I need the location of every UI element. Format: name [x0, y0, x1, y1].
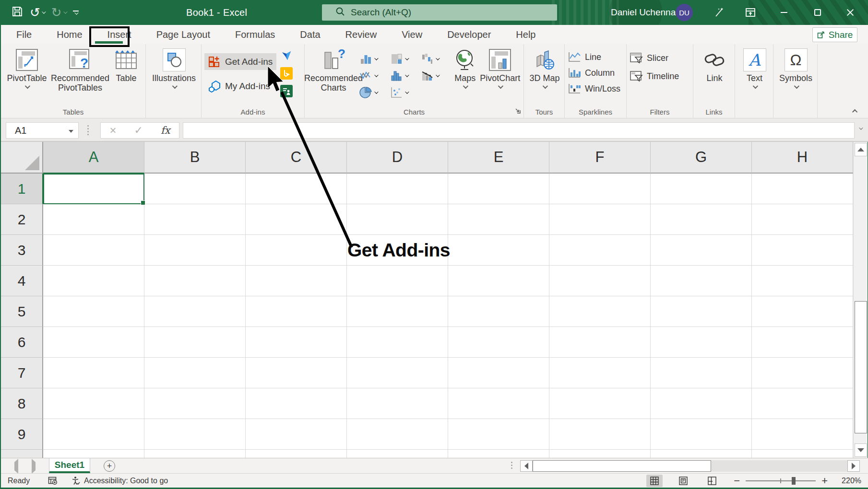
row-header-7[interactable]: 7: [1, 358, 43, 388]
column-header-G[interactable]: G: [651, 142, 752, 174]
cell-Ap9[interactable]: [43, 450, 144, 458]
cell-H4[interactable]: [752, 266, 853, 296]
macro-record-button[interactable]: [48, 477, 58, 485]
cell-B9[interactable]: [144, 419, 246, 450]
cell-E4[interactable]: [448, 266, 549, 296]
threed-map-button[interactable]: 3D Map: [527, 47, 562, 106]
cell-G9[interactable]: [651, 419, 752, 450]
cell-C7[interactable]: [246, 358, 347, 388]
cell-E2[interactable]: [448, 204, 549, 235]
tab-formulas[interactable]: Formulas: [223, 25, 287, 44]
cell-Cp9[interactable]: [246, 450, 347, 458]
insert-statistic-chart-button[interactable]: [390, 67, 421, 84]
cell-E9[interactable]: [448, 419, 549, 450]
cell-H2[interactable]: [752, 204, 853, 235]
cell-C9[interactable]: [246, 419, 347, 450]
cell-D9[interactable]: [347, 419, 448, 450]
row-header-1[interactable]: 1: [1, 174, 43, 204]
cell-E7[interactable]: [448, 358, 549, 388]
tab-review[interactable]: Review: [333, 25, 390, 44]
cell-F5[interactable]: [549, 296, 651, 327]
cell-E1[interactable]: [448, 174, 549, 204]
cell-G4[interactable]: [651, 266, 752, 296]
insert-hierarchy-chart-button[interactable]: [390, 50, 421, 67]
timeline-button[interactable]: Timeline: [630, 70, 679, 83]
sparkline-line-button[interactable]: Line: [568, 50, 620, 64]
cell-H7[interactable]: [752, 358, 853, 388]
cell-H9[interactable]: [752, 419, 853, 450]
cell-B4[interactable]: [144, 266, 246, 296]
chevron-down-icon[interactable]: [42, 10, 46, 13]
expand-formula-bar-icon[interactable]: [859, 126, 863, 129]
cell-Bp9[interactable]: [144, 450, 246, 458]
name-box-dropdown-icon[interactable]: [69, 130, 73, 133]
maps-button[interactable]: Maps: [452, 47, 479, 106]
cell-G7[interactable]: [651, 358, 752, 388]
insert-pie-chart-button[interactable]: [359, 84, 390, 101]
cell-H5[interactable]: [752, 296, 853, 327]
cell-H1[interactable]: [752, 174, 853, 204]
cell-A1[interactable]: [43, 174, 144, 204]
row-header-4[interactable]: 4: [1, 266, 43, 296]
cell-Fp9[interactable]: [549, 450, 651, 458]
scroll-down-button[interactable]: [855, 443, 867, 457]
column-header-D[interactable]: D: [347, 142, 448, 174]
cell-C4[interactable]: [246, 266, 347, 296]
cell-Dp9[interactable]: [347, 450, 448, 458]
column-header-E[interactable]: E: [448, 142, 549, 174]
cancel-icon[interactable]: ×: [109, 124, 116, 137]
vertical-scrollbar[interactable]: [853, 142, 868, 458]
scroll-left-button[interactable]: [520, 460, 533, 472]
sheet-tab-sheet1[interactable]: Sheet1: [49, 458, 90, 473]
cell-C8[interactable]: [246, 388, 347, 419]
search-input[interactable]: Search (Alt+Q): [322, 4, 557, 21]
cell-F4[interactable]: [549, 266, 651, 296]
cell-C2[interactable]: [246, 204, 347, 235]
column-header-B[interactable]: B: [144, 142, 246, 174]
formula-input[interactable]: [183, 122, 855, 139]
cell-E8[interactable]: [448, 388, 549, 419]
zoom-level[interactable]: 220%: [836, 477, 861, 485]
insert-combo-chart-button[interactable]: [421, 67, 452, 84]
cell-A7[interactable]: [43, 358, 144, 388]
cell-D5[interactable]: [347, 296, 448, 327]
visio-data-visualizer-button[interactable]: [280, 49, 293, 62]
tab-page-layout[interactable]: Page Layout: [144, 25, 223, 44]
cell-B1[interactable]: [144, 174, 246, 204]
cell-H8[interactable]: [752, 388, 853, 419]
cell-A6[interactable]: [43, 327, 144, 358]
new-sheet-button[interactable]: +: [104, 460, 115, 472]
minimize-button[interactable]: [774, 0, 794, 25]
cell-G2[interactable]: [651, 204, 752, 235]
get-addins-button[interactable]: Get Add-ins: [204, 53, 276, 70]
column-header-F[interactable]: F: [549, 142, 651, 174]
next-sheet-button[interactable]: [32, 462, 36, 471]
column-header-H[interactable]: H: [752, 142, 853, 174]
close-button[interactable]: [841, 0, 860, 25]
illustrations-button[interactable]: Illustrations: [149, 47, 199, 106]
recommended-pivottables-button[interactable]: ? Recommended PivotTables: [50, 47, 110, 106]
insert-function-icon[interactable]: fx: [161, 125, 170, 136]
zoom-out-button[interactable]: −: [734, 475, 740, 487]
insert-scatter-chart-button[interactable]: [390, 84, 421, 101]
cell-A8[interactable]: [43, 388, 144, 419]
previous-sheet-button[interactable]: [14, 462, 18, 471]
cell-D1[interactable]: [347, 174, 448, 204]
whats-new-button[interactable]: [709, 0, 728, 25]
undo-button[interactable]: ↺: [30, 6, 45, 19]
insert-column-chart-button[interactable]: [359, 50, 390, 67]
insert-waterfall-chart-button[interactable]: [421, 50, 452, 67]
select-all-corner[interactable]: [1, 142, 43, 174]
bing-maps-button[interactable]: [280, 67, 293, 80]
cell-C6[interactable]: [246, 327, 347, 358]
cell-G5[interactable]: [651, 296, 752, 327]
row-header-9[interactable]: 9: [1, 419, 43, 450]
insert-line-chart-button[interactable]: [359, 67, 390, 84]
cell-C5[interactable]: [246, 296, 347, 327]
cell-B8[interactable]: [144, 388, 246, 419]
cell-E5[interactable]: [448, 296, 549, 327]
save-icon[interactable]: [12, 6, 23, 19]
accessibility-status[interactable]: Accessibility: Good to go: [71, 476, 168, 486]
zoom-slider-handle[interactable]: [792, 477, 796, 485]
row-header-2[interactable]: 2: [1, 204, 43, 235]
